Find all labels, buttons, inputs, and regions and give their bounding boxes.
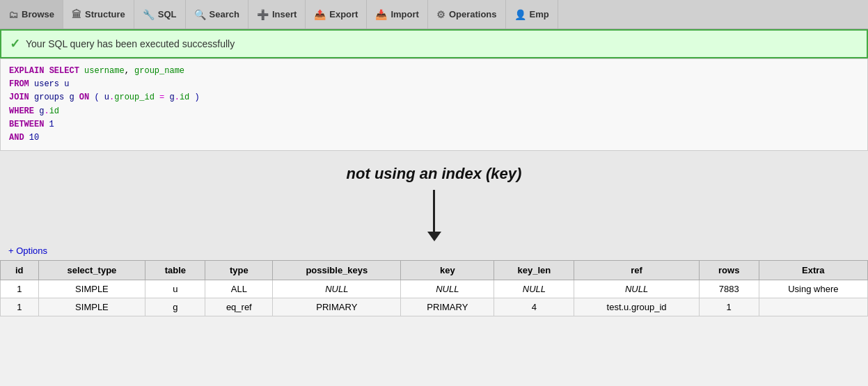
nav-operations-label: Operations (449, 9, 497, 19)
table-cell-r1-c6: 4 (494, 298, 574, 316)
arrow-down-indicator (427, 190, 441, 241)
table-row: 1SIMPLEuALLNULLNULLNULLNULL7883Using whe… (1, 280, 868, 298)
success-check-icon: ✓ (10, 36, 20, 51)
browse-icon: 🗂 (8, 9, 18, 20)
insert-icon: ➕ (257, 9, 269, 20)
nav-sql[interactable]: 🔧 SQL (134, 0, 186, 29)
nav-import-label: Import (390, 9, 418, 19)
sql-line-5: BETWEEN 1 (9, 118, 859, 131)
nav-insert[interactable]: ➕ Insert (248, 0, 306, 29)
nav-insert-label: Insert (272, 9, 297, 19)
col-possible-keys: possible_keys (273, 261, 401, 280)
sql-icon: 🔧 (143, 9, 155, 20)
sql-line-3: JOIN groups g ON ( u.group_id = g.id ) (9, 91, 859, 104)
col-type: type (205, 261, 273, 280)
nav-structure-label: Structure (85, 9, 125, 19)
nav-emp[interactable]: 👤 Emp (506, 0, 558, 29)
table-cell-r1-c3: eq_ref (205, 298, 273, 316)
arrow-shaft (433, 190, 435, 232)
table-cell-r1-c4: PRIMARY (273, 298, 401, 316)
nav-search[interactable]: 🔍 Search (186, 0, 248, 29)
nav-import[interactable]: 📥 Import (367, 0, 427, 29)
table-cell-r0-c1: SIMPLE (38, 280, 145, 298)
table-cell-r0-c5: NULL (401, 280, 494, 298)
options-link[interactable]: + Options (8, 246, 47, 256)
table-cell-r0-c3: ALL (205, 280, 273, 298)
table-row: 1SIMPLEgeq_refPRIMARYPRIMARY4test.u.grou… (1, 298, 868, 316)
table-cell-r0-c8: 7883 (699, 280, 759, 298)
arrow-head (427, 232, 441, 241)
col-key-len: key_len (494, 261, 574, 280)
table-cell-r1-c1: SIMPLE (38, 298, 145, 316)
table-cell-r1-c7: test.u.group_id (574, 298, 699, 316)
table-header-row: id select_type table type possible_keys … (1, 261, 868, 280)
nav-structure[interactable]: 🏛 Structure (63, 0, 134, 29)
col-ref: ref (574, 261, 699, 280)
export-icon: 📤 (314, 9, 326, 20)
sql-line-4: WHERE g.id (9, 105, 859, 118)
table-cell-r1-c9 (759, 298, 867, 316)
success-banner: ✓ Your SQL query has been executed succe… (0, 29, 868, 58)
nav-export-label: Export (329, 9, 358, 19)
options-section: + Options (0, 241, 868, 260)
success-message: Your SQL query has been executed success… (26, 38, 235, 49)
sql-line-2: FROM users u (9, 78, 859, 91)
table-cell-r0-c7: NULL (574, 280, 699, 298)
col-table: table (145, 261, 205, 280)
table-cell-r1-c0: 1 (1, 298, 39, 316)
search-icon: 🔍 (194, 9, 206, 20)
table-cell-r0-c6: NULL (494, 280, 574, 298)
table-cell-r1-c8: 1 (699, 298, 759, 316)
col-rows: rows (699, 261, 759, 280)
annotation-area: not using an index (key) (0, 151, 868, 241)
sql-line-1: EXPLAIN SELECT username, group_name (9, 65, 859, 78)
col-id: id (1, 261, 39, 280)
nav-sql-label: SQL (158, 9, 177, 19)
annotation-text: not using an index (key) (0, 165, 868, 183)
structure-icon: 🏛 (72, 9, 81, 20)
table-cell-r1-c5: PRIMARY (401, 298, 494, 316)
nav-browse[interactable]: 🗂 Browse (0, 0, 63, 29)
table-cell-r0-c2: u (145, 280, 205, 298)
table-cell-r1-c2: g (145, 298, 205, 316)
col-extra: Extra (759, 261, 867, 280)
table-cell-r0-c4: NULL (273, 280, 401, 298)
results-table: id select_type table type possible_keys … (0, 260, 868, 316)
sql-code-block: EXPLAIN SELECT username, group_name FROM… (0, 58, 868, 151)
top-navigation: 🗂 Browse 🏛 Structure 🔧 SQL 🔍 Search ➕ In… (0, 0, 868, 29)
col-key: key (401, 261, 494, 280)
table-cell-r0-c0: 1 (1, 280, 39, 298)
import-icon: 📥 (375, 9, 387, 20)
nav-search-label: Search (210, 9, 239, 19)
operations-icon: ⚙ (436, 9, 445, 20)
emp-icon: 👤 (514, 9, 526, 20)
nav-export[interactable]: 📤 Export (306, 0, 367, 29)
sql-line-6: AND 10 (9, 131, 859, 145)
col-select-type: select_type (38, 261, 145, 280)
nav-emp-label: Emp (530, 9, 549, 19)
nav-browse-label: Browse (22, 9, 54, 19)
table-cell-r0-c9: Using where (759, 280, 867, 298)
nav-operations[interactable]: ⚙ Operations (428, 0, 506, 29)
